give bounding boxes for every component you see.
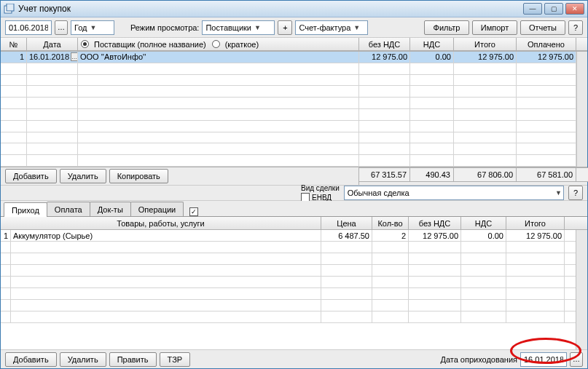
table-row[interactable]: 1 16.01.2018 … ООО ''АвтоИнфо'' 12 975.0…: [1, 52, 576, 63]
table-row[interactable]: [1, 98, 576, 109]
grid1-actions: Добавить Удалить Копировать: [1, 167, 359, 185]
cell-no-vat: 12 975.00: [409, 230, 461, 241]
col-goods[interactable]: Товары, работы, услуги: [1, 217, 321, 229]
total-vat: 490.43: [410, 168, 454, 181]
tab-docs[interactable]: Док-ты: [90, 202, 131, 216]
cell-date-value: 16.01.2018: [29, 52, 69, 61]
view-mode-select[interactable]: Поставщики▼: [202, 20, 275, 35]
col-no-vat[interactable]: без НДС: [409, 217, 461, 229]
table-row[interactable]: [1, 300, 576, 312]
add-item-button[interactable]: Добавить: [5, 352, 57, 367]
supplier-short-label: (краткое): [225, 40, 259, 49]
chevron-down-icon: ▼: [254, 24, 261, 31]
chevron-down-icon: ▼: [353, 24, 360, 31]
import-button[interactable]: Импорт: [472, 20, 517, 35]
table-row[interactable]: [1, 253, 576, 265]
top-toolbar: … Год▼ Режим просмотра: Поставщики▼ + Сч…: [1, 17, 587, 38]
filter-button[interactable]: Фильтр: [424, 20, 469, 35]
cell-vat: 0.00: [410, 52, 454, 63]
table-row[interactable]: [1, 312, 576, 323]
total-sum: 67 806.00: [454, 168, 517, 181]
edit-item-button[interactable]: Править: [109, 352, 157, 367]
supplier-full-label: Поставщик (полное название): [94, 40, 206, 49]
copy-button[interactable]: Копировать: [109, 169, 168, 183]
chevron-down-icon: ▼: [555, 189, 562, 197]
date-picker-button[interactable]: …: [55, 20, 68, 35]
tab-incoming[interactable]: Приход: [4, 202, 47, 217]
window-controls: — ▢ ✕: [523, 3, 584, 15]
period-select[interactable]: Год▼: [71, 20, 114, 35]
cell-price: 6 487.50: [321, 230, 372, 241]
supplier-full-radio[interactable]: [81, 40, 89, 48]
total-no-vat: 67 315.57: [359, 168, 410, 181]
cell-vat: 0.00: [461, 230, 506, 241]
deal-type-select[interactable]: Обычная сделка ▼: [344, 186, 564, 200]
delete-item-button[interactable]: Удалить: [60, 352, 106, 367]
tab-payment[interactable]: Оплата: [47, 202, 90, 216]
minimize-button[interactable]: —: [523, 3, 542, 15]
table-row[interactable]: [1, 143, 576, 155]
view-mode-value: Поставщики: [205, 23, 251, 32]
doc-type-select[interactable]: Счет-фактура▼: [295, 20, 368, 35]
table-row[interactable]: [1, 109, 576, 121]
cell-qty: 2: [372, 230, 409, 241]
reports-button[interactable]: Отчеты: [520, 20, 565, 35]
doc-type-value: Счет-фактура: [299, 23, 350, 32]
date-cell-picker[interactable]: …: [71, 52, 78, 61]
envd-label: ЕНВД: [312, 194, 332, 202]
tzr-button[interactable]: ТЗР: [160, 352, 191, 367]
posting-date-picker[interactable]: …: [570, 352, 583, 367]
delete-button[interactable]: Удалить: [60, 169, 106, 183]
col-paid[interactable]: Оплачено: [517, 38, 576, 50]
cell-total: 12 975.00: [454, 52, 517, 63]
col-no-vat[interactable]: без НДС: [359, 38, 410, 50]
col-vat[interactable]: НДС: [410, 38, 454, 50]
detail-tabs: Приход Оплата Док-ты Операции ✓: [1, 201, 587, 217]
cell-no-vat: 12 975.00: [359, 52, 410, 63]
add-button[interactable]: Добавить: [5, 169, 57, 183]
vertical-scrollbar[interactable]: [576, 230, 587, 349]
table-row[interactable]: [1, 288, 576, 300]
cell-date: 16.01.2018 …: [27, 52, 78, 63]
table-row[interactable]: [1, 242, 576, 253]
date-input[interactable]: [5, 20, 52, 35]
cell-num: 1: [1, 230, 11, 241]
table-row[interactable]: [1, 265, 576, 277]
deal-help-button[interactable]: ?: [568, 186, 583, 200]
col-price[interactable]: Цена: [321, 217, 372, 229]
table-row[interactable]: 1 Аккумулятор (Сырье) 6 487.50 2 12 975.…: [1, 230, 576, 242]
window-title: Учет покупок: [18, 4, 523, 14]
col-date[interactable]: Дата: [27, 38, 78, 50]
col-total[interactable]: Итого: [454, 38, 517, 50]
items-grid[interactable]: 1 Аккумулятор (Сырье) 6 487.50 2 12 975.…: [1, 230, 587, 349]
vertical-scrollbar[interactable]: [576, 52, 587, 167]
cell-supplier: ООО ''АвтоИнфо'': [78, 52, 359, 63]
col-total[interactable]: Итого: [506, 217, 565, 229]
col-supplier: Поставщик (полное название) (краткое): [78, 38, 359, 50]
col-qty[interactable]: Кол-во: [372, 217, 409, 229]
ops-checkbox[interactable]: ✓: [189, 207, 198, 216]
posting-date-input[interactable]: [520, 352, 567, 367]
tab-ops[interactable]: Операции: [130, 202, 184, 216]
maximize-button[interactable]: ▢: [544, 3, 563, 15]
close-button[interactable]: ✕: [565, 3, 584, 15]
col-num[interactable]: №: [1, 38, 27, 50]
table-row[interactable]: [1, 155, 576, 167]
chevron-down-icon: ▼: [90, 24, 97, 31]
table-row[interactable]: [1, 277, 576, 288]
purchases-grid[interactable]: 1 16.01.2018 … ООО ''АвтоИнфо'' 12 975.0…: [1, 51, 587, 167]
table-row[interactable]: [1, 63, 576, 75]
app-window: Учет покупок — ▢ ✕ … Год▼ Режим просмотр…: [0, 0, 588, 369]
col-vat[interactable]: НДС: [461, 217, 506, 229]
deal-type-label: Вид сделки: [301, 184, 340, 192]
items-grid-header: Товары, работы, услуги Цена Кол-во без Н…: [1, 217, 587, 230]
cell-goods: Аккумулятор (Сырье): [11, 230, 321, 241]
plus-button[interactable]: +: [278, 20, 292, 35]
deal-row: Вид сделки ЕНВД Обычная сделка ▼ ?: [1, 185, 587, 201]
help-button[interactable]: ?: [568, 20, 583, 35]
table-row[interactable]: [1, 132, 576, 144]
table-row[interactable]: [1, 121, 576, 132]
supplier-short-radio[interactable]: [212, 40, 220, 48]
table-row[interactable]: [1, 75, 576, 87]
table-row[interactable]: [1, 86, 576, 98]
